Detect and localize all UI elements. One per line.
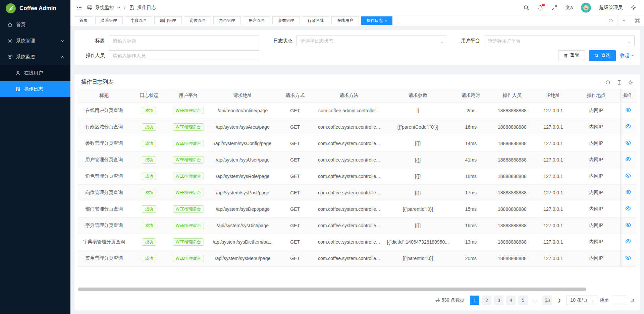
table-row: 字典项管理分页查询成功WEB管理后台/api/system/sysDictIte…: [78, 234, 637, 250]
sidebar-item-home[interactable]: 首页: [0, 17, 70, 33]
search-button[interactable]: 查询: [589, 50, 616, 61]
field-log-status: 日志状态 ⌄: [267, 36, 447, 46]
view-button[interactable]: [625, 173, 631, 179]
tab-菜单管理[interactable]: 菜单管理: [95, 16, 123, 25]
jump-page-input[interactable]: [612, 296, 627, 305]
tab-角色管理[interactable]: 角色管理: [213, 16, 241, 25]
tab-首页[interactable]: 首页: [74, 16, 93, 25]
sidebar-item-system-manage[interactable]: 系统管理: [0, 33, 70, 49]
tab-label: 参数管理: [278, 18, 294, 23]
next-page-button[interactable]: ❯: [554, 296, 564, 305]
view-button[interactable]: [625, 205, 631, 211]
collapse-filters-button[interactable]: 收起: [620, 53, 635, 59]
gear-icon[interactable]: [628, 80, 633, 85]
page-button-2[interactable]: 2: [482, 296, 491, 305]
scrollbar-thumb[interactable]: [78, 288, 586, 291]
avatar[interactable]: [581, 3, 591, 13]
user-platform-select[interactable]: [484, 36, 635, 46]
monitor-icon: [87, 5, 93, 10]
top-right-tools: 文A 超级管理员: [523, 3, 637, 13]
tab-部门管理[interactable]: 部门管理: [154, 16, 182, 25]
tab-行政区域[interactable]: 行政区域: [302, 16, 329, 25]
cell-location: 内网IP: [573, 135, 620, 151]
log-status-select[interactable]: [296, 36, 447, 46]
view-button[interactable]: [625, 238, 631, 244]
view-button[interactable]: [625, 107, 631, 113]
notification-bell[interactable]: [537, 5, 543, 11]
tab-在线用户[interactable]: 在线用户: [331, 16, 359, 25]
menu-fold-icon[interactable]: [76, 5, 82, 10]
view-button[interactable]: [625, 255, 631, 261]
cell-status: 成功: [130, 168, 168, 184]
cell-request-method: GET: [276, 234, 313, 250]
gear-icon[interactable]: [631, 5, 637, 11]
tab-用户管理[interactable]: 用户管理: [243, 16, 270, 25]
column-header: 请求地址: [209, 89, 277, 102]
page-button-53[interactable]: 53: [542, 296, 552, 305]
pagination: 共 530 条数据 12345···53 ❯ 10 条/页 ⌄ 跳至 页: [74, 291, 640, 310]
user-name[interactable]: 超级管理员: [599, 5, 623, 11]
page-button-4[interactable]: 4: [506, 296, 516, 305]
platform-badge: WEB管理后台: [173, 173, 204, 180]
refresh-icon[interactable]: [605, 80, 610, 85]
maximize-icon[interactable]: [631, 15, 644, 26]
page-button-1[interactable]: 1: [470, 296, 479, 305]
page-size-select[interactable]: 10 条/页 ⌄: [567, 296, 597, 305]
tab-字典管理[interactable]: 字典管理: [125, 16, 152, 25]
table-row: 字典管理分页查询成功WEB管理后台/api/system/sysDict/pag…: [78, 217, 637, 234]
search-icon[interactable]: [523, 5, 529, 11]
cell-location: 内网IP: [573, 102, 620, 119]
platform-badge: WEB管理后台: [173, 189, 204, 196]
jump-label: 跳至: [600, 297, 609, 303]
sidebar-item-operation-log[interactable]: 操作日志: [0, 81, 70, 97]
close-icon[interactable]: ×: [385, 19, 387, 23]
view-button[interactable]: [625, 140, 631, 146]
sidebar-item-online-users[interactable]: 在线用户: [0, 65, 70, 81]
cell-actions: [620, 250, 637, 266]
chevron-down-icon[interactable]: [617, 15, 631, 26]
fullscreen-icon[interactable]: [551, 5, 557, 11]
breadcrumb-parent[interactable]: 系统监控: [95, 5, 114, 11]
log-icon: [15, 86, 21, 92]
pager-ellipsis[interactable]: ···: [530, 296, 540, 305]
log-table-body: 在线用户分页查询成功WEB管理后台/api/monitor/online/pag…: [78, 102, 637, 266]
cell-title: 字典管理分页查询: [78, 217, 130, 234]
cell-ip: 127.0.0.1: [534, 184, 573, 201]
table-row: 部门管理分页查询成功WEB管理后台/api/system/sysDept/pag…: [78, 201, 637, 217]
sidebar-submenu: 在线用户 操作日志: [0, 65, 70, 97]
column-header: 请求参数: [384, 89, 451, 102]
status-badge: 成功: [142, 123, 156, 131]
view-button[interactable]: [625, 189, 631, 195]
cell-title: 行政区域分页查询: [78, 119, 130, 135]
sidebar-item-system-monitor[interactable]: 系统监控: [0, 49, 70, 65]
column-header: 用户平台: [168, 89, 209, 102]
refresh-icon[interactable]: [604, 15, 617, 26]
cell-request-url: /api/monitor/online/page: [209, 102, 277, 119]
monitor-icon: [7, 54, 13, 60]
column-header: 标题: [78, 89, 130, 102]
tab-参数管理[interactable]: 参数管理: [272, 16, 300, 25]
title-input[interactable]: [109, 36, 259, 46]
cell-status: 成功: [130, 102, 168, 119]
cell-duration: 17ms: [451, 184, 490, 201]
page-button-5[interactable]: 5: [518, 296, 528, 305]
column-height-icon[interactable]: [616, 80, 622, 85]
operator-input[interactable]: [109, 50, 259, 61]
cell-platform: WEB管理后台: [168, 250, 209, 266]
reset-button[interactable]: 重置: [558, 50, 585, 61]
tab-操作日志[interactable]: 操作日志×: [361, 16, 392, 25]
tab-label: 菜单管理: [101, 18, 117, 23]
chevron-up-icon: [60, 54, 65, 60]
cell-request-params: [{"parentId":0}]: [384, 250, 451, 266]
view-button[interactable]: [625, 222, 631, 228]
cell-operator: 18888888888: [490, 102, 534, 119]
page-button-3[interactable]: 3: [494, 296, 503, 305]
tab-label: 用户管理: [249, 18, 265, 23]
translate-icon[interactable]: 文A: [566, 5, 573, 11]
view-button[interactable]: [625, 156, 631, 162]
field-user-platform: 用户平台 ⌄: [455, 36, 635, 46]
horizontal-scrollbar[interactable]: [78, 288, 637, 291]
table-row: 菜单管理分页查询成功WEB管理后台/api/system/sysMenu/pag…: [78, 250, 637, 266]
tab-岗位管理[interactable]: 岗位管理: [184, 16, 211, 25]
view-button[interactable]: [625, 123, 631, 129]
